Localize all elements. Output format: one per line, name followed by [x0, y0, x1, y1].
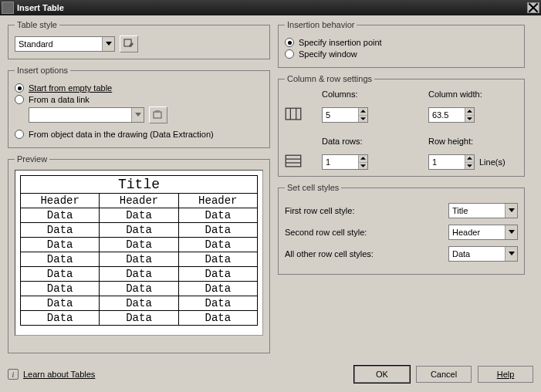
radio-row-datalink[interactable]: From a data link — [15, 95, 263, 104]
datarows-label: Data rows: — [322, 137, 411, 146]
rowheight-label: Row height: — [428, 137, 518, 146]
rowheight-unit: Line(s) — [479, 157, 505, 167]
radio-empty-label: Start from empty table — [29, 83, 112, 93]
svg-rect-3 — [286, 109, 301, 120]
close-icon[interactable] — [527, 2, 539, 13]
colwidth-input[interactable] — [429, 108, 465, 122]
preview-data-cell: Data — [178, 311, 257, 326]
radio-insertion-point[interactable] — [285, 38, 294, 47]
window-title: Insert Table — [17, 3, 527, 12]
spinner-down-icon[interactable] — [359, 116, 367, 123]
svg-rect-6 — [286, 156, 301, 167]
data-link-select[interactable] — [29, 107, 144, 123]
preview-data-cell: Data — [21, 296, 100, 311]
columns-input[interactable] — [323, 108, 358, 122]
preview-data-cell: Data — [21, 208, 100, 223]
radio-empty-table[interactable] — [15, 83, 24, 93]
preview-data-cell: Data — [21, 238, 100, 252]
radio-datalink-label: From a data link — [29, 95, 90, 104]
preview-data-cell: Data — [100, 208, 178, 223]
rowheight-spinner[interactable] — [428, 154, 475, 170]
ok-button[interactable]: OK — [354, 366, 410, 383]
table-style-group: Table style Standard — [8, 20, 270, 59]
cell-styles-group: Set cell styles First row cell style: Ti… — [278, 183, 525, 275]
preview-data-cell: Data — [100, 252, 178, 267]
radio-row-extraction[interactable]: From object data in the drawing (Data Ex… — [15, 130, 263, 139]
preview-group: Preview TitleHeaderHeaderHeaderDataDataD… — [8, 154, 270, 353]
preview-data-cell: Data — [21, 223, 100, 238]
preview-header-cell: Header — [21, 194, 100, 208]
preview-data-cell: Data — [178, 267, 257, 282]
radio-insertion-window-label: Specify window — [299, 49, 357, 59]
other-row-style-value: Data — [452, 249, 470, 259]
radio-extraction-label: From object data in the drawing (Data Ex… — [29, 130, 214, 139]
preview-title-cell: Title — [21, 176, 258, 194]
table-style-value: Standard — [19, 39, 53, 49]
preview-legend: Preview — [15, 154, 49, 164]
insert-options-legend: Insert options — [15, 66, 70, 75]
datarows-input[interactable] — [323, 155, 358, 169]
info-icon: i — [8, 369, 19, 380]
launch-style-editor-button[interactable] — [120, 35, 138, 52]
cell-styles-legend: Set cell styles — [285, 183, 341, 192]
second-row-style-label: Second row cell style: — [285, 228, 367, 237]
preview-data-cell: Data — [100, 282, 178, 296]
chevron-down-icon — [505, 225, 517, 239]
insertion-behavior-group: Insertion behavior Specify insertion poi… — [278, 20, 525, 68]
preview-data-cell: Data — [178, 296, 257, 311]
chevron-down-icon — [505, 204, 517, 218]
columns-label: Columns: — [322, 90, 411, 99]
columns-spinner[interactable] — [322, 107, 368, 123]
insert-options-group: Insert options Start from empty table Fr… — [8, 66, 270, 148]
spinner-up-icon[interactable] — [465, 108, 474, 116]
column-row-legend: Column & row settings — [285, 74, 374, 83]
preview-data-cell: Data — [178, 282, 257, 296]
chevron-down-icon — [505, 247, 517, 261]
preview-data-cell: Data — [178, 208, 257, 223]
preview-data-cell: Data — [100, 311, 178, 326]
radio-row-empty[interactable]: Start from empty table — [15, 83, 263, 93]
spinner-down-icon[interactable] — [465, 116, 474, 123]
preview-header-cell: Header — [178, 194, 257, 208]
rowheight-input[interactable] — [429, 155, 465, 169]
spinner-up-icon[interactable] — [465, 155, 474, 163]
dialog-footer: i Learn about Tables OK Cancel Help — [0, 361, 541, 387]
app-icon — [2, 2, 14, 14]
first-row-style-select[interactable]: Title — [448, 203, 518, 218]
preview-data-cell: Data — [21, 282, 100, 296]
rows-icon — [285, 153, 302, 170]
cancel-button[interactable]: Cancel — [416, 366, 472, 383]
preview-data-cell: Data — [100, 267, 178, 282]
second-row-style-select[interactable]: Header — [448, 225, 518, 240]
colwidth-spinner[interactable] — [428, 107, 475, 123]
spinner-down-icon[interactable] — [359, 163, 367, 170]
preview-table: TitleHeaderHeaderHeaderDataDataDataDataD… — [20, 175, 258, 326]
preview-data-cell: Data — [100, 296, 178, 311]
table-style-select[interactable]: Standard — [15, 36, 115, 52]
radio-insertion-window[interactable] — [285, 49, 294, 59]
preview-data-cell: Data — [178, 238, 257, 252]
spinner-down-icon[interactable] — [465, 163, 474, 170]
radio-row-insertion-window[interactable]: Specify window — [285, 49, 518, 59]
preview-frame: TitleHeaderHeaderHeaderDataDataDataDataD… — [15, 170, 263, 336]
data-link-browse-button[interactable] — [149, 106, 167, 123]
insertion-behavior-legend: Insertion behavior — [285, 20, 357, 29]
spinner-up-icon[interactable] — [359, 155, 367, 163]
columns-icon — [285, 106, 302, 123]
radio-insertion-point-label: Specify insertion point — [299, 38, 382, 47]
radio-extraction[interactable] — [15, 130, 24, 139]
other-row-style-label: All other row cell styles: — [285, 249, 374, 259]
datarows-spinner[interactable] — [322, 154, 368, 170]
spinner-up-icon[interactable] — [359, 108, 367, 116]
preview-data-cell: Data — [21, 267, 100, 282]
radio-data-link[interactable] — [15, 95, 24, 104]
chevron-down-icon — [102, 37, 114, 51]
preview-data-cell: Data — [21, 311, 100, 326]
preview-data-cell: Data — [178, 223, 257, 238]
help-button[interactable]: Help — [478, 366, 533, 383]
preview-data-cell: Data — [100, 238, 178, 252]
preview-data-cell: Data — [21, 252, 100, 267]
other-row-style-select[interactable]: Data — [448, 246, 518, 262]
learn-link[interactable]: Learn about Tables — [23, 370, 95, 379]
radio-row-insertion-point[interactable]: Specify insertion point — [285, 38, 518, 47]
